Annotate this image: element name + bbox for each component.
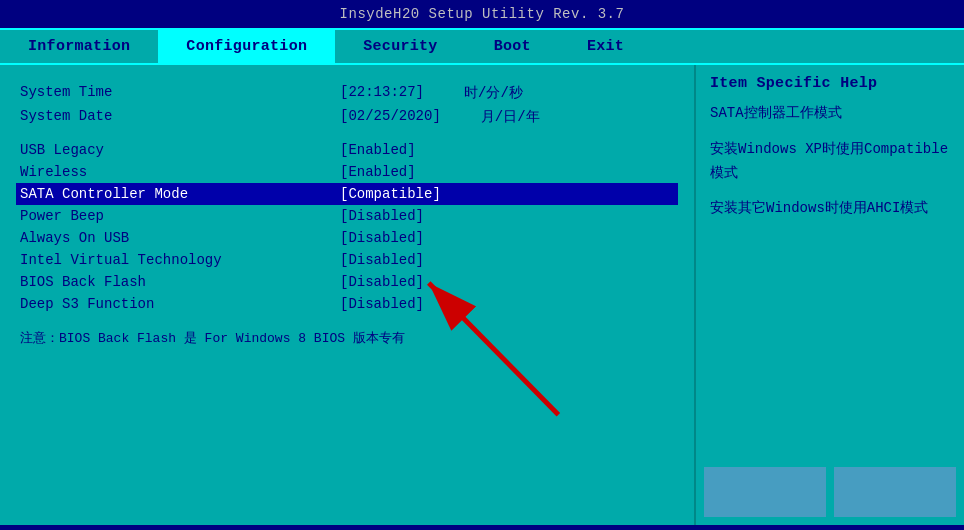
config-row-intel-vt[interactable]: Intel Virtual Technology [Disabled] (20, 249, 674, 271)
config-value-system-time: [22:13:27] (340, 84, 424, 102)
config-row-sata-controller[interactable]: SATA Controller Mode [Compatible] (16, 183, 678, 205)
main-content: System Time [22:13:27] 时/分/秒 System Date… (0, 65, 964, 525)
config-value-usb-legacy: [Enabled] (340, 142, 416, 158)
config-label-deep-s3: Deep S3 Function (20, 296, 340, 312)
thumbnail-left (704, 467, 826, 517)
config-row-power-beep[interactable]: Power Beep [Disabled] (20, 205, 674, 227)
config-value-sata-controller: [Compatible] (340, 186, 441, 202)
config-suffix-system-time: 时/分/秒 (464, 84, 523, 102)
config-label-system-date: System Date (20, 108, 340, 126)
right-panel: Item Specific Help SATA控制器工作模式 安装Windows… (696, 65, 964, 525)
config-label-bios-back-flash: BIOS Back Flash (20, 274, 340, 290)
config-label-sata-controller: SATA Controller Mode (20, 186, 340, 202)
menu-item-configuration[interactable]: Configuration (158, 30, 335, 63)
menu-item-boot[interactable]: Boot (466, 30, 559, 63)
config-row-system-date[interactable]: System Date [02/25/2020] 月/日/年 (20, 105, 674, 129)
app-title: InsydeH20 Setup Utility Rev. 3.7 (340, 6, 625, 22)
config-row-always-on-usb[interactable]: Always On USB [Disabled] (20, 227, 674, 249)
config-value-power-beep: [Disabled] (340, 208, 424, 224)
config-label-usb-legacy: USB Legacy (20, 142, 340, 158)
menu-item-security[interactable]: Security (335, 30, 465, 63)
config-value-intel-vt: [Disabled] (340, 252, 424, 268)
bottom-thumbnails (704, 467, 956, 517)
config-value-bios-back-flash: [Disabled] (340, 274, 424, 290)
menu-bar: Information Configuration Security Boot … (0, 28, 964, 65)
left-panel: System Time [22:13:27] 时/分/秒 System Date… (0, 65, 696, 525)
config-value-system-date: [02/25/2020] (340, 108, 441, 126)
title-bar: InsydeH20 Setup Utility Rev. 3.7 (0, 0, 964, 28)
config-label-power-beep: Power Beep (20, 208, 340, 224)
help-text-1: SATA控制器工作模式 (710, 102, 950, 126)
help-title: Item Specific Help (710, 75, 950, 92)
bios-note: 注意：BIOS Back Flash 是 For Windows 8 BIOS … (20, 329, 674, 349)
help-text-3: 安装其它Windows时使用AHCI模式 (710, 197, 950, 221)
config-value-always-on-usb: [Disabled] (340, 230, 424, 246)
config-value-wireless: [Enabled] (340, 164, 416, 180)
help-text-2: 安装Windows XP时使用Compatible模式 (710, 138, 950, 186)
config-row-usb-legacy[interactable]: USB Legacy [Enabled] (20, 139, 674, 161)
config-row-system-time[interactable]: System Time [22:13:27] 时/分/秒 (20, 81, 674, 105)
config-row-bios-back-flash[interactable]: BIOS Back Flash [Disabled] (20, 271, 674, 293)
config-row-wireless[interactable]: Wireless [Enabled] (20, 161, 674, 183)
config-label-intel-vt: Intel Virtual Technology (20, 252, 340, 268)
config-row-deep-s3[interactable]: Deep S3 Function [Disabled] (20, 293, 674, 315)
config-value-deep-s3: [Disabled] (340, 296, 424, 312)
config-label-system-time: System Time (20, 84, 340, 102)
config-label-wireless: Wireless (20, 164, 340, 180)
thumbnail-right (834, 467, 956, 517)
menu-item-information[interactable]: Information (0, 30, 158, 63)
config-label-always-on-usb: Always On USB (20, 230, 340, 246)
menu-item-exit[interactable]: Exit (559, 30, 652, 63)
config-suffix-system-date: 月/日/年 (481, 108, 540, 126)
